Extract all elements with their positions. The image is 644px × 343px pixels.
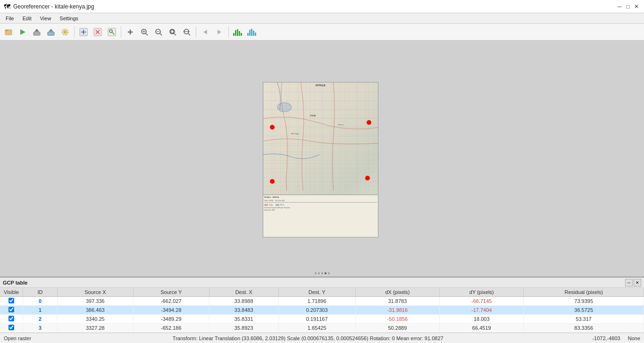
- gcp-panel-minimize[interactable]: ─: [625, 279, 633, 286]
- svg-marker-32: [217, 30, 221, 34]
- move-point-button[interactable]: [105, 25, 118, 39]
- source-y-cell: -3489.29: [133, 315, 209, 324]
- menu-bar: File Edit View Settings: [0, 13, 644, 24]
- svg-line-29: [188, 33, 190, 35]
- visible-checkbox[interactable]: [8, 325, 14, 330]
- export-points-button[interactable]: [44, 25, 58, 39]
- menu-settings[interactable]: Settings: [56, 15, 82, 22]
- source-y-cell: -3494.28: [133, 306, 209, 315]
- map-legend: KITALE - KENYA Scale 1:50000 Grid Zone 3…: [263, 195, 378, 237]
- dest-y-cell: 1.65425: [278, 324, 355, 333]
- table-row[interactable]: 1386.463-3494.2833.84830.207303-31.9816-…: [0, 306, 644, 315]
- visible-checkbox[interactable]: [8, 307, 14, 312]
- col-dest-y: Dest. Y: [278, 288, 355, 297]
- dx-cell: -50.1856: [355, 315, 440, 324]
- menu-view[interactable]: View: [36, 15, 55, 22]
- gcp-panel: GCP table ─ ✕ Visible ID Source X Source…: [0, 277, 644, 333]
- dest-y-cell: 0.191167: [278, 315, 355, 324]
- col-dest-x: Dest. X: [209, 288, 278, 297]
- pan-button[interactable]: [124, 25, 137, 39]
- add-point-button[interactable]: [77, 25, 90, 39]
- svg-rect-40: [251, 29, 252, 36]
- dest-y-cell: 0.207303: [278, 306, 355, 315]
- gcp-marker-2[interactable]: [270, 179, 275, 184]
- svg-marker-6: [49, 29, 53, 32]
- status-center: Transform: Linear Translation (33.6086, …: [31, 335, 585, 341]
- residual-cell: 73.9395: [524, 297, 644, 306]
- svg-rect-1: [5, 30, 8, 31]
- start-georef-button[interactable]: [16, 25, 29, 39]
- close-button[interactable]: ✕: [633, 3, 640, 10]
- svg-rect-27: [171, 30, 174, 33]
- col-visible: Visible: [0, 288, 23, 297]
- svg-text:Mt. Elgon: Mt. Elgon: [292, 132, 300, 135]
- gcp-table: Visible ID Source X Source Y Dest. X Des…: [0, 288, 644, 333]
- dest-x-cell: 35.8923: [209, 324, 278, 333]
- separator-1: [74, 26, 75, 38]
- title-bar-left: 🗺 Georeferencer - kitale-kenya.jpg: [4, 3, 94, 10]
- id-cell: 1: [23, 306, 58, 315]
- svg-point-63: [277, 103, 292, 112]
- dy-cell: -17.7404: [440, 306, 524, 315]
- gcp-table-container[interactable]: Visible ID Source X Source Y Dest. X Des…: [0, 288, 644, 333]
- svg-point-7: [64, 31, 67, 33]
- dy-cell: 66.4519: [440, 324, 524, 333]
- residual-cell: 36.5725: [524, 306, 644, 315]
- svg-line-26: [174, 33, 176, 35]
- gcp-panel-header: GCP table ─ ✕: [0, 278, 644, 288]
- svg-text:Forest: Forest: [338, 123, 344, 126]
- export-modified-button[interactable]: [30, 25, 43, 39]
- forward-button[interactable]: [213, 25, 226, 39]
- visible-cell: [0, 324, 23, 333]
- svg-line-19: [146, 33, 148, 35]
- separator-4: [228, 26, 229, 38]
- enhance-button[interactable]: [245, 25, 259, 39]
- table-row[interactable]: 23340.25-3489.2935.83310.191167-50.18561…: [0, 315, 644, 324]
- id-cell: 0: [23, 297, 58, 306]
- visible-cell: [0, 315, 23, 324]
- gcp-marker-1[interactable]: [367, 120, 371, 125]
- zoom-layer-button[interactable]: [180, 25, 193, 39]
- title-bar-controls: ─ □ ✕: [616, 3, 640, 10]
- minimize-button[interactable]: ─: [616, 3, 623, 10]
- visible-checkbox[interactable]: [8, 298, 14, 303]
- main-area: KITALE: [0, 41, 644, 277]
- title-bar-title: Georeferencer - kitale-kenya.jpg: [13, 3, 94, 10]
- svg-rect-35: [237, 29, 238, 36]
- table-row[interactable]: 0397.336-662.02733.89881.7189631.8783-66…: [0, 297, 644, 306]
- status-left: Open raster: [4, 335, 31, 341]
- map-image: KITALE: [263, 82, 378, 237]
- menu-file[interactable]: File: [2, 15, 18, 22]
- gcp-marker-0[interactable]: [270, 125, 275, 130]
- svg-rect-39: [249, 30, 251, 36]
- gcp-table-body: 0397.336-662.02733.89881.7189631.8783-66…: [0, 297, 644, 333]
- col-dx: dX (pixels): [355, 288, 440, 297]
- zoom-out-button[interactable]: [152, 25, 165, 39]
- gcp-marker-3[interactable]: [365, 176, 370, 180]
- svg-rect-37: [241, 33, 242, 36]
- back-button[interactable]: [199, 25, 212, 39]
- open-raster-button[interactable]: [2, 25, 15, 39]
- visible-cell: [0, 297, 23, 306]
- table-row[interactable]: 33327.28-652.18635.89231.6542550.288966.…: [0, 324, 644, 333]
- canvas-area[interactable]: KITALE: [0, 41, 644, 277]
- scroll-indicator: [315, 272, 330, 274]
- gcp-panel-close[interactable]: ✕: [634, 279, 641, 286]
- residual-cell: 53.317: [524, 315, 644, 324]
- zoom-in-button[interactable]: [138, 25, 151, 39]
- histogram-button[interactable]: [231, 25, 244, 39]
- maximize-button[interactable]: □: [624, 3, 632, 10]
- svg-rect-5: [48, 32, 54, 35]
- menu-edit[interactable]: Edit: [19, 15, 35, 22]
- visible-checkbox[interactable]: [8, 316, 14, 321]
- separator-2: [121, 26, 121, 38]
- zoom-full-button[interactable]: [166, 25, 179, 39]
- id-cell: 3: [23, 324, 58, 333]
- source-x-cell: 3327.28: [57, 324, 133, 333]
- source-x-cell: 3340.25: [57, 315, 133, 324]
- dy-cell: -66.7145: [440, 297, 524, 306]
- settings-button[interactable]: [59, 25, 72, 39]
- delete-point-button[interactable]: [91, 25, 104, 39]
- svg-rect-3: [33, 32, 40, 35]
- svg-rect-42: [255, 33, 256, 36]
